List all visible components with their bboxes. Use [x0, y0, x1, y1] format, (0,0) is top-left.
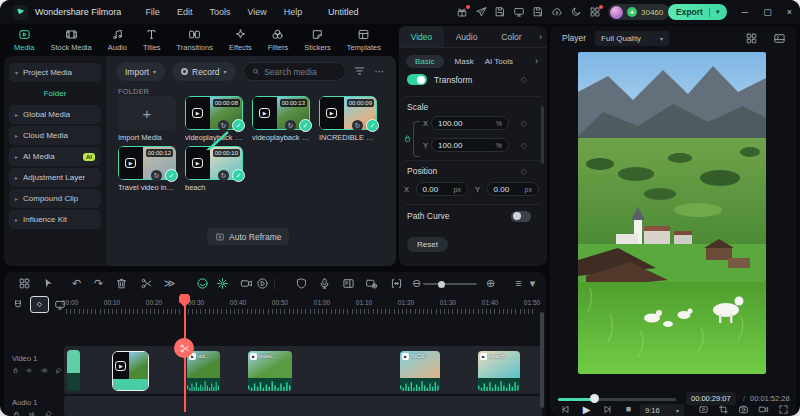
camera-icon[interactable] — [240, 277, 253, 290]
path-curve-toggle[interactable] — [511, 211, 531, 222]
timeline-clip-mini[interactable] — [67, 350, 80, 391]
tab-stickers[interactable]: Stickers — [296, 24, 339, 56]
theme-icon[interactable] — [570, 6, 582, 18]
range-icon[interactable] — [390, 277, 403, 290]
timeline-clip[interactable]: ▶INCR... — [400, 351, 440, 391]
position-y-input[interactable]: 0.00 px — [487, 182, 539, 196]
save-icon[interactable] — [532, 6, 544, 18]
draft-icon[interactable] — [256, 277, 269, 290]
mask-ai-icon[interactable] — [196, 277, 209, 290]
keyframe-button[interactable] — [30, 296, 49, 313]
tab-media[interactable]: Media — [6, 24, 42, 56]
lock-icon[interactable] — [403, 134, 412, 143]
minimize-button[interactable]: ─ — [742, 7, 748, 17]
media-tile[interactable]: ▶00:00:09↻✓INCREDIBLE Mal... — [319, 96, 377, 142]
lock-icon[interactable] — [12, 366, 19, 375]
chevron-right-icon[interactable]: › — [539, 32, 542, 42]
properties-tab-video[interactable]: Video — [399, 26, 444, 47]
lock-icon[interactable] — [12, 410, 21, 416]
split-scissors-badge[interactable] — [174, 338, 194, 358]
scissors-icon[interactable] — [140, 277, 153, 290]
restore-button[interactable]: ▢ — [763, 7, 772, 17]
eye-icon[interactable] — [41, 366, 48, 375]
tab-transitions[interactable]: Transitions — [169, 24, 221, 56]
tab-audio[interactable]: Audio — [100, 24, 135, 56]
timeline-scrollbar[interactable] — [540, 312, 544, 408]
next-frame-icon[interactable] — [602, 404, 613, 415]
timeline-zoom-slider[interactable] — [423, 283, 477, 285]
sidebar-item-adjustment-layer[interactable]: ▸Adjustment Layer — [9, 168, 101, 187]
tab-effects[interactable]: Effects — [221, 24, 260, 56]
keyframe-diamond-icon[interactable]: ◇ — [521, 119, 527, 128]
magnet-icon[interactable] — [12, 299, 24, 311]
timeline-clip[interactable]: ▶video... — [248, 351, 292, 391]
menu-item-edit[interactable]: Edit — [177, 7, 193, 17]
sidebar-item-folder[interactable]: Folder — [9, 84, 101, 103]
grid-icon[interactable] — [18, 277, 31, 290]
scale-y-input[interactable]: 100.00 % — [431, 138, 509, 152]
record-button[interactable]: Record ▾ — [172, 62, 235, 81]
snapshot-icon[interactable] — [738, 404, 749, 415]
properties-subtab-basic[interactable]: Basic — [406, 55, 444, 68]
filter-icon[interactable] — [353, 65, 366, 78]
keyframe-diamond-icon[interactable]: ◇ — [521, 75, 527, 84]
brush-icon[interactable] — [44, 410, 53, 416]
media-tile[interactable]: ▶00:00:10↻✓beach — [185, 146, 243, 192]
aspect-ratio-dropdown[interactable]: 9:16 ▾ — [640, 404, 684, 416]
close-button[interactable]: × — [787, 7, 792, 17]
cloud-upload-icon[interactable] — [551, 6, 563, 18]
media-tile[interactable]: ▶00:00:12↻✓Travel video inst... — [118, 146, 176, 192]
shield-icon[interactable] — [295, 277, 308, 290]
playback-slider[interactable] — [558, 394, 676, 403]
av-panel-icon[interactable] — [773, 32, 786, 45]
zoom-handle[interactable] — [438, 281, 445, 288]
gift-icon[interactable] — [456, 6, 468, 18]
search-input[interactable] — [264, 67, 337, 77]
sidebar-item-ai-media[interactable]: ▸AI MediaAI — [9, 147, 101, 166]
speaker-icon[interactable] — [26, 366, 33, 375]
timeline-clip[interactable]: ▶beach — [478, 351, 520, 391]
mark-icon[interactable] — [698, 404, 709, 415]
properties-tab-color[interactable]: Color — [489, 26, 534, 47]
transform-toggle[interactable] — [407, 74, 427, 85]
media-tile[interactable]: ▶00:00:13↻✓videoplayback (1) — [252, 96, 310, 142]
keyframe-diamond-icon[interactable]: ◇ — [521, 141, 527, 150]
menu-item-file[interactable]: File — [145, 7, 160, 17]
save-project-icon[interactable] — [494, 6, 506, 18]
send-icon[interactable] — [475, 6, 487, 18]
camera-icon[interactable] — [758, 404, 769, 415]
caret-icon[interactable]: ▾ — [526, 277, 539, 290]
media-tile[interactable]: +Import Media — [118, 96, 176, 142]
brush-icon[interactable] — [55, 366, 62, 375]
properties-tab-audio[interactable]: Audio — [444, 26, 489, 47]
scale-x-input[interactable]: 100.00 % — [431, 116, 509, 130]
sidebar-item-project-media[interactable]: ▾Project Media — [9, 63, 101, 82]
grid-view-icon[interactable] — [745, 32, 758, 45]
timeline-clip[interactable]: ▶vid... — [187, 351, 220, 391]
tab-titles[interactable]: Titles — [135, 24, 169, 56]
undo-icon[interactable]: ↶ — [70, 277, 83, 290]
stop-icon[interactable]: ■ — [623, 404, 634, 415]
sidebar-item-global-media[interactable]: ▸Global Media — [9, 105, 101, 124]
zoom-out-icon[interactable]: ⊖ — [410, 277, 423, 290]
keyframe-diamond-icon[interactable]: ◇ — [521, 167, 527, 176]
timeline-ruler[interactable]: 00:0000:1000:2000:3000:4000:5001:0001:10… — [66, 298, 542, 314]
previous-frame-icon[interactable] — [560, 404, 571, 415]
export-button[interactable]: Export ▾ — [668, 4, 727, 20]
reset-button[interactable]: Reset — [407, 237, 448, 252]
apps-icon[interactable] — [589, 6, 601, 18]
sidebar-item-compound-clip[interactable]: ▸Compound Clip — [9, 189, 101, 208]
sidebar-item-influence-kit[interactable]: ▸Influence Kit — [9, 210, 101, 229]
play-icon[interactable]: ▶ — [581, 404, 592, 415]
scrollbar[interactable] — [541, 106, 544, 164]
more-icon[interactable]: ⋯ — [373, 65, 386, 78]
crop-icon[interactable] — [718, 404, 729, 415]
pointer-icon[interactable] — [42, 277, 55, 290]
trash-icon[interactable] — [115, 277, 128, 290]
import-button[interactable]: Import ▾ — [116, 62, 165, 81]
sidebar-item-cloud-media[interactable]: ▸Cloud Media — [9, 126, 101, 145]
mic-icon[interactable] — [318, 277, 331, 290]
slider-handle[interactable] — [590, 394, 599, 403]
properties-subtab-ai-tools[interactable]: AI Tools — [485, 57, 513, 66]
ripple-icon[interactable]: ≫ — [163, 277, 176, 290]
